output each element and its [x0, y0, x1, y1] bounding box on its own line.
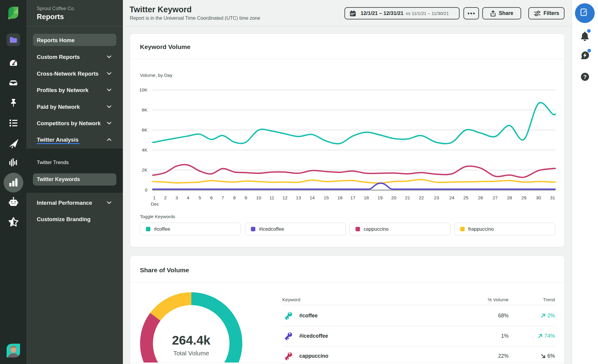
svg-text:2: 2	[164, 195, 167, 200]
svg-text:27: 27	[492, 195, 498, 200]
svg-text:22: 22	[419, 195, 424, 200]
svg-text:23: 23	[434, 195, 439, 200]
svg-text:Total Volume: Total Volume	[173, 350, 209, 357]
svg-text:2K: 2K	[142, 167, 148, 172]
svg-text:11: 11	[269, 195, 274, 200]
svg-text:25: 25	[463, 195, 468, 200]
svg-text:18: 18	[364, 195, 369, 200]
svg-text:8: 8	[233, 195, 236, 200]
svg-text:264.4k: 264.4k	[172, 333, 210, 347]
svg-text:19: 19	[377, 195, 382, 200]
svg-text:20: 20	[391, 195, 396, 200]
svg-text:29: 29	[521, 195, 526, 200]
svg-text:10: 10	[256, 195, 261, 200]
svg-text:12: 12	[282, 195, 287, 200]
svg-text:9: 9	[245, 195, 247, 200]
svg-text:1: 1	[153, 195, 156, 200]
svg-text:7: 7	[222, 195, 224, 200]
svg-text:14: 14	[309, 195, 315, 200]
svg-text:5: 5	[199, 195, 201, 200]
svg-text:6K: 6K	[142, 127, 148, 132]
svg-text:15: 15	[324, 195, 329, 200]
svg-text:4K: 4K	[142, 147, 148, 152]
svg-text:Dec: Dec	[151, 201, 159, 207]
svg-text:26: 26	[478, 195, 483, 200]
svg-text:31: 31	[550, 195, 555, 200]
svg-text:13: 13	[296, 195, 301, 200]
svg-text:24: 24	[449, 195, 454, 200]
svg-text:30: 30	[536, 195, 541, 200]
svg-text:17: 17	[350, 195, 355, 200]
svg-text:28: 28	[507, 195, 512, 200]
svg-text:16: 16	[337, 195, 342, 200]
svg-text:21: 21	[405, 195, 410, 200]
svg-text:4: 4	[187, 195, 190, 200]
svg-text:8K: 8K	[142, 107, 148, 112]
svg-text:?: ?	[583, 74, 587, 80]
svg-text:3: 3	[176, 195, 178, 200]
svg-text:0: 0	[145, 187, 147, 192]
svg-text:10K: 10K	[139, 87, 147, 92]
svg-text:6: 6	[210, 195, 213, 200]
